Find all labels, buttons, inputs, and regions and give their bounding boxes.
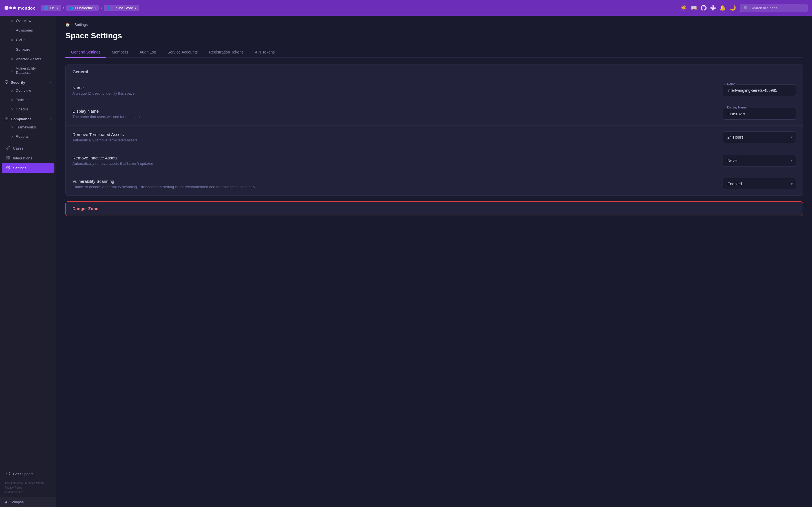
sidebar-item-reports-label: Reports [16,134,29,138]
breadcrumb-sep-2: › [100,5,102,10]
tab-general-settings[interactable]: General Settings [65,47,106,58]
sidebar-item-checks-label: Checks [16,107,28,111]
breadcrumb-separator: › [71,23,73,27]
org-selector[interactable]: 👥 Lunalectric ▾ [66,5,99,11]
logo-text: mondoo [18,6,36,10]
sidebar-item-cases-label: Cases [13,146,23,151]
sidebar-item-reports[interactable]: ○ Reports [2,132,54,141]
compliance-section[interactable]: Compliance ▾ [0,114,56,122]
logo-icon [4,6,16,10]
sidebar-item-vulnerability-database[interactable]: ○ Vulnerability Databa... [2,64,54,77]
tab-members[interactable]: Members [106,47,134,58]
tab-registration-tokens[interactable]: Registration Tokens [203,47,249,58]
sidebar-footer: About Mondoo · Mondoo Status · Privacy P… [0,479,56,497]
settings-icon [6,166,10,170]
remove-terminated-desc: Automatically remove terminated assets [72,138,723,142]
sidebar-item-get-support[interactable]: Get Support [2,469,54,478]
security-section[interactable]: Security ▾ [0,77,56,86]
slack-icon[interactable] [711,5,716,10]
support-icon [6,471,10,476]
sidebar-item-frameworks-label: Frameworks [16,125,36,129]
sidebar-item-cves[interactable]: ○ CVEs [2,35,54,44]
sidebar-item-advisories[interactable]: ○ Advisories [2,25,54,35]
collapse-button[interactable]: ◀ Collapse [0,497,56,507]
home-icon[interactable]: 🏠 [65,22,70,27]
copyright-text: © Mondoo, Inc. [4,491,24,494]
general-card-header: General [66,65,803,79]
sidebar-item-policies[interactable]: ○ Policies [2,96,54,104]
svg-rect-7 [8,158,10,159]
sidebar-item-cases[interactable]: Cases [2,144,54,153]
sidebar-item-settings-label: Settings [13,166,26,170]
remove-terminated-control: 1 Hour 6 Hours 12 Hours 24 Hours 7 Days … [723,131,796,143]
layout: ○ Overview ○ Advisories ○ CVEs ○ Softwar… [0,16,812,507]
sidebar-item-security-overview[interactable]: ○ Overview [2,86,54,95]
search-input[interactable] [751,6,804,10]
space-selector[interactable]: 👤 Online Store ▾ [104,5,139,11]
reports-icon: ○ [11,134,13,138]
sidebar-item-overview-top[interactable]: ○ Overview [2,16,54,25]
breadcrumb: 🏠 › Settings [65,22,803,27]
space-label: Online Store [113,6,133,10]
page-title: Space Settings [65,31,803,40]
name-desc: A unique ID used to identify this space [72,91,723,96]
name-field-label: Name [726,82,737,86]
main-content: 🏠 › Settings Space Settings General Sett… [56,16,812,507]
display-name-label: Display Name [72,109,723,114]
svg-rect-2 [5,119,6,120]
dark-mode-toggle[interactable]: 🌙 [730,5,736,11]
github-icon[interactable] [701,5,707,11]
remove-terminated-select-wrapper: 1 Hour 6 Hours 12 Hours 24 Hours 7 Days … [723,131,796,143]
software-icon: ○ [11,47,13,52]
mondoo-status-link[interactable]: Mondoo Status [25,482,44,485]
svg-rect-4 [7,156,8,158]
svg-rect-0 [5,117,6,118]
sidebar-item-checks[interactable]: ○ Checks [2,105,54,114]
search-box[interactable]: 🔍 [740,4,808,12]
display-name-row: Display Name The name that users will se… [66,102,803,126]
org-chevron-icon: ▾ [94,6,96,10]
vuln-scanning-select[interactable]: Enabled Disabled [723,178,796,190]
tab-api-tokens[interactable]: API Tokens [249,47,281,58]
region-selector[interactable]: 🌐 US ▾ [41,5,61,11]
compliance-section-label: Compliance [11,117,32,121]
sidebar-item-frameworks[interactable]: ○ Frameworks [2,123,54,131]
sidebar-item-policies-label: Policies [16,98,29,102]
logo[interactable]: mondoo [4,6,36,10]
remove-terminated-select[interactable]: 1 Hour 6 Hours 12 Hours 24 Hours 7 Days … [723,131,796,143]
remove-inactive-select[interactable]: 1 Hour 6 Hours 12 Hours 24 Hours 7 Days … [723,155,796,166]
topnav: mondoo 🌐 US ▾ › 👥 Lunalectric ▾ › 👤 Onli… [0,0,812,16]
vuln-db-icon: ○ [11,68,13,73]
overview-top-icon: ○ [11,18,13,23]
notifications-icon[interactable]: 🔔 [719,5,726,11]
region-label: US [50,6,55,10]
docs-icon[interactable]: 📖 [691,5,697,11]
vuln-scanning-row: Vulnerability Scanning Enable or disable… [66,172,803,195]
display-name-input[interactable] [723,108,796,120]
danger-zone-header: Danger Zone [66,202,803,216]
remove-inactive-select-wrapper: 1 Hour 6 Hours 12 Hours 24 Hours 7 Days … [723,155,796,166]
about-mondoo-link[interactable]: About Mondoo [4,482,23,485]
sidebar-item-software-label: Software [16,47,30,52]
sidebar-item-software[interactable]: ○ Software [2,45,54,54]
tab-service-accounts[interactable]: Service Accounts [162,47,203,58]
nav-breadcrumb: 🌐 US ▾ › 👥 Lunalectric ▾ › 👤 Online Stor… [41,5,677,11]
name-input-wrapper: Name [723,84,796,96]
theme-toggle-icon[interactable]: ☀️ [680,5,687,11]
sidebar-item-security-overview-label: Overview [16,89,31,93]
cases-icon [6,146,10,151]
privacy-policy-link[interactable]: Privacy Policy [4,486,22,489]
tab-audit-log[interactable]: Audit Log [134,47,162,58]
affected-assets-icon: ○ [11,57,13,61]
security-chevron-icon: ▾ [50,81,52,84]
svg-rect-6 [7,158,8,159]
collapse-label: Collapse [10,500,24,504]
remove-terminated-row: Remove Terminated Assets Automatically r… [66,126,803,149]
sidebar-item-affected-assets[interactable]: ○ Affected Assets [2,54,54,63]
vuln-scanning-label: Vulnerability Scanning [72,179,723,184]
vuln-scanning-select-wrapper: Enabled Disabled ▾ [723,178,796,190]
name-input[interactable] [723,84,796,96]
sidebar-item-settings[interactable]: Settings [2,163,54,173]
breadcrumb-sep-1: › [63,5,64,10]
sidebar-item-integrations[interactable]: Integrations [2,154,54,163]
